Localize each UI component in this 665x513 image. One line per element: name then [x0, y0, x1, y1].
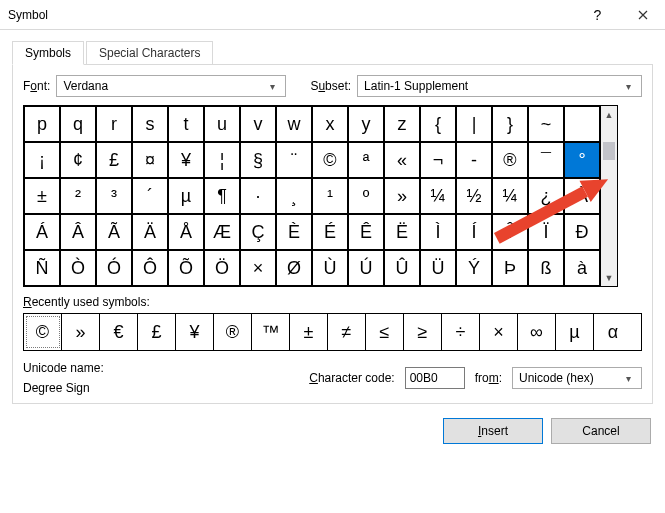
- recent-cell[interactable]: »: [62, 314, 100, 350]
- symbol-cell[interactable]: ©: [312, 142, 348, 178]
- recent-cell[interactable]: €: [100, 314, 138, 350]
- symbol-cell[interactable]: ª: [348, 142, 384, 178]
- symbol-cell[interactable]: -: [456, 142, 492, 178]
- symbol-cell[interactable]: y: [348, 106, 384, 142]
- symbol-cell[interactable]: À: [564, 178, 600, 214]
- symbol-cell[interactable]: Ó: [96, 250, 132, 286]
- symbol-cell[interactable]: Ê: [348, 214, 384, 250]
- symbol-cell[interactable]: Ú: [348, 250, 384, 286]
- recent-cell[interactable]: µ: [556, 314, 594, 350]
- recent-cell[interactable]: ®: [214, 314, 252, 350]
- scroll-up-icon[interactable]: ▲: [601, 106, 617, 123]
- close-button[interactable]: [620, 0, 665, 30]
- recent-cell[interactable]: ¥: [176, 314, 214, 350]
- symbol-cell[interactable]: Đ: [564, 214, 600, 250]
- recent-cell[interactable]: ™: [252, 314, 290, 350]
- symbol-cell[interactable]: ×: [240, 250, 276, 286]
- symbol-cell[interactable]: ²: [60, 178, 96, 214]
- symbol-cell[interactable]: Û: [384, 250, 420, 286]
- font-combo[interactable]: Verdana ▾: [56, 75, 286, 97]
- symbol-cell[interactable]: ¢: [60, 142, 96, 178]
- help-button[interactable]: ?: [575, 0, 620, 30]
- symbol-cell[interactable]: w: [276, 106, 312, 142]
- symbol-cell[interactable]: Ø: [276, 250, 312, 286]
- symbol-cell[interactable]: É: [312, 214, 348, 250]
- symbol-cell[interactable]: Ç: [240, 214, 276, 250]
- grid-scrollbar[interactable]: ▲ ▼: [601, 105, 618, 287]
- charcode-input[interactable]: 00B0: [405, 367, 465, 389]
- insert-button[interactable]: Insert: [443, 418, 543, 444]
- symbol-cell[interactable]: Ë: [384, 214, 420, 250]
- recent-cell[interactable]: £: [138, 314, 176, 350]
- cancel-button[interactable]: Cancel: [551, 418, 651, 444]
- symbol-cell[interactable]: Ã: [96, 214, 132, 250]
- recent-cell[interactable]: ÷: [442, 314, 480, 350]
- symbol-cell[interactable]: ¬: [420, 142, 456, 178]
- symbol-cell[interactable]: Ì: [420, 214, 456, 250]
- symbol-cell[interactable]: Ý: [456, 250, 492, 286]
- symbol-cell[interactable]: s: [132, 106, 168, 142]
- symbol-cell[interactable]: ¶: [204, 178, 240, 214]
- symbol-cell[interactable]: {: [420, 106, 456, 142]
- symbol-cell[interactable]: ¦: [204, 142, 240, 178]
- symbol-cell[interactable]: à: [564, 250, 600, 286]
- symbol-cell[interactable]: Ù: [312, 250, 348, 286]
- symbol-cell[interactable]: ¯: [528, 142, 564, 178]
- scroll-thumb[interactable]: [603, 142, 615, 160]
- symbol-cell[interactable]: |: [456, 106, 492, 142]
- symbol-cell[interactable]: Á: [24, 214, 60, 250]
- symbol-cell[interactable]: v: [240, 106, 276, 142]
- recent-cell[interactable]: α: [594, 314, 632, 350]
- symbol-cell[interactable]: ¹: [312, 178, 348, 214]
- symbol-cell[interactable]: ¼: [420, 178, 456, 214]
- tab-symbols[interactable]: Symbols: [12, 41, 84, 65]
- symbol-cell[interactable]: £: [96, 142, 132, 178]
- symbol-cell[interactable]: q: [60, 106, 96, 142]
- symbol-cell[interactable]: Þ: [492, 250, 528, 286]
- recent-cell[interactable]: ≤: [366, 314, 404, 350]
- symbol-cell[interactable]: Æ: [204, 214, 240, 250]
- symbol-cell[interactable]: ß: [528, 250, 564, 286]
- recent-cell[interactable]: ≠: [328, 314, 366, 350]
- recent-cell[interactable]: ±: [290, 314, 328, 350]
- symbol-cell[interactable]: ~: [528, 106, 564, 142]
- from-combo[interactable]: Unicode (hex) ▾: [512, 367, 642, 389]
- recent-cell[interactable]: ∞: [518, 314, 556, 350]
- recent-cell[interactable]: ×: [480, 314, 518, 350]
- symbol-cell[interactable]: Ñ: [24, 250, 60, 286]
- symbol-cell[interactable]: Å: [168, 214, 204, 250]
- symbol-cell[interactable]: z: [384, 106, 420, 142]
- symbol-cell[interactable]: ¼: [492, 178, 528, 214]
- symbol-cell[interactable]: µ: [168, 178, 204, 214]
- symbol-cell[interactable]: }: [492, 106, 528, 142]
- symbol-cell[interactable]: Î: [492, 214, 528, 250]
- symbol-cell[interactable]: ¨: [276, 142, 312, 178]
- symbol-cell[interactable]: Ü: [420, 250, 456, 286]
- symbol-cell[interactable]: ±: [24, 178, 60, 214]
- scroll-down-icon[interactable]: ▼: [601, 269, 617, 286]
- symbol-cell[interactable]: ®: [492, 142, 528, 178]
- recent-symbols[interactable]: ©»€£¥®™±≠≤≥÷×∞µα: [23, 313, 642, 351]
- symbol-grid[interactable]: pqrstuvwxyz{|}~¡¢£¤¥¦§¨©ª«¬-®¯°±²³´µ¶·¸¹…: [23, 105, 601, 287]
- symbol-cell[interactable]: §: [240, 142, 276, 178]
- symbol-cell[interactable]: ·: [240, 178, 276, 214]
- symbol-cell[interactable]: ¥: [168, 142, 204, 178]
- symbol-cell[interactable]: Õ: [168, 250, 204, 286]
- symbol-cell[interactable]: ³: [96, 178, 132, 214]
- symbol-cell[interactable]: ¤: [132, 142, 168, 178]
- symbol-cell[interactable]: ´: [132, 178, 168, 214]
- symbol-cell[interactable]: Ö: [204, 250, 240, 286]
- recent-cell[interactable]: ©: [24, 314, 62, 350]
- symbol-cell[interactable]: u: [204, 106, 240, 142]
- symbol-cell[interactable]: Ò: [60, 250, 96, 286]
- symbol-cell[interactable]: ¡: [24, 142, 60, 178]
- symbol-cell[interactable]: ½: [456, 178, 492, 214]
- symbol-cell[interactable]: Ô: [132, 250, 168, 286]
- symbol-cell[interactable]: Â: [60, 214, 96, 250]
- symbol-cell[interactable]: [564, 106, 600, 142]
- symbol-cell[interactable]: Ï: [528, 214, 564, 250]
- symbol-cell[interactable]: º: [348, 178, 384, 214]
- symbol-cell[interactable]: «: [384, 142, 420, 178]
- symbol-cell[interactable]: »: [384, 178, 420, 214]
- symbol-cell[interactable]: ¸: [276, 178, 312, 214]
